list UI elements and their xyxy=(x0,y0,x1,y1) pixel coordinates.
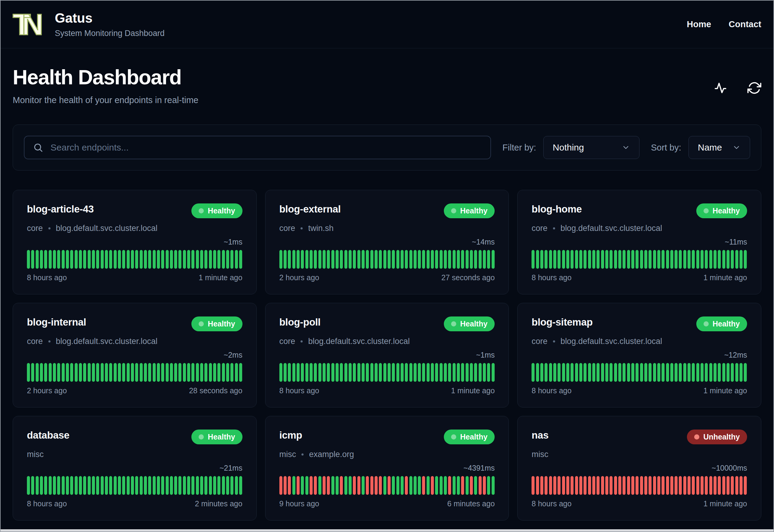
uptime-bar-success xyxy=(170,250,173,269)
uptime-bar-failure xyxy=(718,476,721,495)
endpoint-card[interactable]: blog-sitemap Healthy core blog.default.s… xyxy=(517,303,761,407)
activity-icon[interactable] xyxy=(714,81,727,95)
uptime-bar-success xyxy=(709,363,712,382)
separator-dot-icon xyxy=(553,340,555,342)
status-dot-icon xyxy=(199,208,204,213)
uptime-bar-success xyxy=(375,250,378,269)
uptime-bar-success xyxy=(670,363,673,382)
endpoint-card[interactable]: blog-article-43 Healthy core blog.defaul… xyxy=(13,190,257,294)
time-start: 8 hours ago xyxy=(279,386,319,395)
uptime-bar-failure xyxy=(279,476,282,495)
endpoint-card[interactable]: blog-home Healthy core blog.default.svc.… xyxy=(517,190,761,294)
uptime-bar-success xyxy=(414,250,417,269)
status-badge: Unhealthy xyxy=(687,430,747,444)
uptime-bar-failure xyxy=(549,476,552,495)
uptime-bar-success xyxy=(209,250,212,269)
uptime-bar-success xyxy=(157,250,160,269)
endpoint-name: blog-article-43 xyxy=(27,203,94,215)
uptime-bar-success xyxy=(457,363,460,382)
uptime-bar-success xyxy=(70,476,73,495)
uptime-bar-success xyxy=(553,250,556,269)
card-footer: 8 hours ago 2 minutes ago xyxy=(27,499,242,508)
uptime-bar-failure xyxy=(640,476,643,495)
uptime-bar-success xyxy=(122,476,125,495)
uptime-bar-success xyxy=(83,363,86,382)
uptime-bar-success xyxy=(153,250,156,269)
latency-label: ~10000ms xyxy=(532,464,747,472)
endpoint-card[interactable]: nas Unhealthy misc ~10000ms 8 hours ago … xyxy=(517,416,761,521)
uptime-bar-failure xyxy=(553,476,556,495)
uptime-bar-failure xyxy=(431,476,434,495)
uptime-bar-failure xyxy=(614,476,617,495)
endpoint-subtitle: misc xyxy=(27,450,242,459)
nav-link-contact[interactable]: Contact xyxy=(729,19,761,29)
uptime-bar-success xyxy=(122,250,125,269)
uptime-bars xyxy=(27,363,242,382)
uptime-bar-failure xyxy=(610,476,613,495)
card-footer: 8 hours ago 1 minute ago xyxy=(279,386,495,395)
filter-select[interactable]: Nothing xyxy=(543,136,639,159)
card-footer: 9 hours ago 6 minutes ago xyxy=(279,499,495,508)
uptime-bar-success xyxy=(222,476,225,495)
sort-select[interactable]: Name xyxy=(688,136,750,159)
uptime-bar-success xyxy=(166,363,169,382)
endpoint-card[interactable]: blog-external Healthy core twin.sh ~14ms… xyxy=(265,190,509,294)
uptime-bar-success xyxy=(75,363,78,382)
uptime-bar-success xyxy=(144,476,147,495)
uptime-bar-success xyxy=(461,363,464,382)
uptime-bar-success xyxy=(631,363,634,382)
brand-text: Gatus System Monitoring Dashboard xyxy=(55,11,164,38)
uptime-bar-success xyxy=(444,363,447,382)
refresh-icon[interactable] xyxy=(747,81,761,95)
uptime-bar-success xyxy=(279,363,282,382)
uptime-bar-success xyxy=(474,476,477,495)
nav-link-home[interactable]: Home xyxy=(687,19,711,29)
endpoint-host: twin.sh xyxy=(308,224,333,233)
status-label: Healthy xyxy=(460,206,487,215)
uptime-bar-failure xyxy=(683,476,686,495)
endpoint-card[interactable]: blog-internal Healthy core blog.default.… xyxy=(13,303,257,407)
status-dot-icon xyxy=(451,434,456,440)
uptime-bar-failure xyxy=(297,476,300,495)
uptime-bar-success xyxy=(701,363,704,382)
uptime-bar-success xyxy=(379,250,382,269)
endpoint-card[interactable]: icmp Healthy misc example.org ~4391ms 9 … xyxy=(265,416,509,521)
uptime-bar-success xyxy=(96,250,99,269)
uptime-bar-success xyxy=(292,476,295,495)
uptime-bar-success xyxy=(239,250,242,269)
uptime-bar-success xyxy=(444,476,447,495)
uptime-bar-success xyxy=(135,250,138,269)
uptime-bar-success xyxy=(457,476,460,495)
uptime-bar-success xyxy=(623,363,626,382)
uptime-bar-success xyxy=(483,363,486,382)
uptime-bar-success xyxy=(536,250,539,269)
latency-label: ~21ms xyxy=(27,464,242,472)
uptime-bar-success xyxy=(575,250,578,269)
uptime-bar-success xyxy=(53,363,56,382)
uptime-bars xyxy=(27,476,242,495)
uptime-bar-success xyxy=(31,250,34,269)
uptime-bar-success xyxy=(62,476,65,495)
uptime-bar-success xyxy=(366,250,369,269)
uptime-bar-success xyxy=(44,363,47,382)
endpoint-card[interactable]: blog-poll Healthy core blog.default.svc.… xyxy=(265,303,509,407)
uptime-bar-success xyxy=(692,250,695,269)
uptime-bar-success xyxy=(383,476,386,495)
uptime-bar-success xyxy=(88,250,91,269)
uptime-bar-success xyxy=(692,363,695,382)
endpoint-name: blog-home xyxy=(532,203,582,215)
uptime-bar-success xyxy=(623,250,626,269)
uptime-bar-success xyxy=(657,250,660,269)
search-input[interactable] xyxy=(24,136,491,159)
uptime-bar-success xyxy=(566,250,569,269)
endpoint-card[interactable]: database Healthy misc ~21ms 8 hours ago … xyxy=(13,416,257,521)
uptime-bar-failure xyxy=(405,476,408,495)
uptime-bar-success xyxy=(83,476,86,495)
uptime-bar-success xyxy=(96,476,99,495)
uptime-bar-success xyxy=(31,363,34,382)
status-badge: Healthy xyxy=(191,316,242,331)
uptime-bar-success xyxy=(196,250,199,269)
uptime-bar-success xyxy=(187,476,190,495)
uptime-bar-success xyxy=(405,363,408,382)
card-top: blog-sitemap Healthy xyxy=(532,316,747,331)
